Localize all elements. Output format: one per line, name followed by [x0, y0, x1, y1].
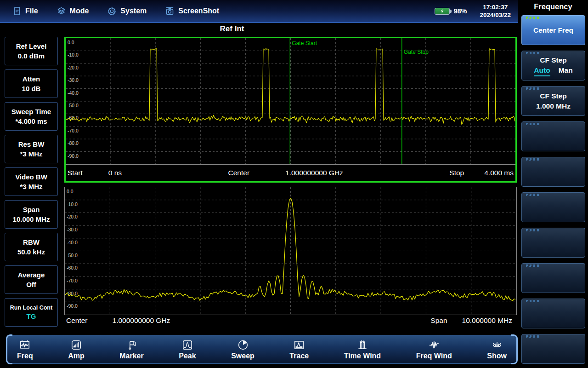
softkey-value: 10.000 MHz — [13, 214, 50, 224]
axis-stop-value: 4.000 ms — [484, 169, 514, 177]
axis-span-value: 10.000000 MHz — [462, 316, 512, 325]
softkey-empty[interactable] — [521, 157, 585, 187]
corner-mark — [526, 300, 539, 302]
softkey-empty[interactable] — [521, 228, 585, 258]
axis-center-value: 1.000000000 GHz — [113, 316, 170, 325]
toolbar-label: Freq Wind — [416, 352, 452, 360]
toolbar-item-peak[interactable]: Peak — [179, 339, 196, 360]
softkey-empty[interactable] — [521, 299, 585, 328]
toolbar-label: Amp — [68, 352, 85, 360]
sweep-icon — [237, 339, 249, 351]
softkey-empty[interactable] — [521, 121, 585, 151]
gated-time-plot-svg: 0.0-10.0-20.0-30.0-40.0-50.0-60.0-70.0-8… — [66, 38, 515, 164]
softkey-label: Atten — [23, 74, 40, 84]
softkey-center-freq[interactable]: Center Freq — [521, 15, 585, 45]
svg-text:-10.0: -10.0 — [68, 52, 79, 58]
bottom-toolbar: Freq Amp Marker Peak — [6, 335, 517, 364]
softkey-empty[interactable] — [521, 263, 585, 293]
svg-text:0.0: 0.0 — [67, 189, 74, 194]
svg-text:-20.0: -20.0 — [67, 214, 78, 219]
softkey-label: Center Freq — [533, 25, 573, 35]
softkey-label: Run Local Cont — [10, 304, 52, 312]
freq-burst-icon — [428, 339, 440, 351]
softkey-average[interactable]: Average Off — [5, 265, 58, 294]
toolbar-label: Trace — [289, 352, 309, 360]
spectrum-plot-svg: 0.0-10.0-20.0-30.0-40.0-50.0-60.0-70.0-8… — [65, 187, 516, 315]
toolbar-items: Freq Amp Marker Peak — [7, 335, 517, 363]
softkey-value: TG — [27, 312, 36, 321]
time-gate-icon — [356, 339, 368, 351]
clock-time: 17:02:37 — [480, 3, 511, 11]
spectrum-axis-footer: Center 1.000000000 GHz Span 10.000000 MH… — [64, 316, 517, 325]
softkey-cf-step-mode[interactable]: CF Step Auto Man — [521, 51, 585, 80]
gated-time-axis-footer: Start 0 ns Center 1.000000000 GHz Stop 4… — [66, 164, 515, 181]
lightning-icon — [440, 8, 444, 14]
corner-mark — [526, 194, 539, 196]
softkey-label: Sweep Time — [11, 107, 51, 116]
axis-center-value: 1.000000000 GHz — [285, 169, 343, 177]
softkey-label: CF Step — [540, 91, 567, 101]
toolbar-item-freq-wind[interactable]: Freq Wind — [416, 339, 452, 360]
softkey-cf-step-value[interactable]: CF Step 1.000 MHz — [521, 86, 585, 116]
softkey-span[interactable]: Span 10.000 MHz — [5, 200, 58, 229]
softkey-value: 0.0 dBm — [18, 51, 45, 61]
softkey-ref-level[interactable]: Ref Level 0.0 dBm — [5, 37, 58, 65]
toolbar-item-show[interactable]: Show — [487, 339, 507, 360]
softkey-run-tg[interactable]: Run Local Cont TG — [5, 298, 58, 327]
menu-screenshot[interactable]: ScreenShot — [165, 6, 219, 16]
eye-icon — [491, 339, 503, 351]
corner-mark — [526, 52, 539, 54]
softkey-value: *4.000 ms — [15, 116, 47, 126]
svg-text:-90.0: -90.0 — [67, 303, 78, 309]
corner-mark — [526, 229, 539, 231]
cf-step-man-option[interactable]: Man — [559, 65, 573, 75]
softkey-video-bw[interactable]: Video BW *3 MHz — [5, 167, 58, 196]
left-softkey-panel: Ref Level 0.0 dBm Atten 10 dB Sweep Time… — [5, 37, 58, 331]
top-menubar: File Mode System ScreenShot 98% — [0, 0, 518, 23]
corner-mark — [526, 264, 539, 267]
menu-mode[interactable]: Mode — [57, 6, 89, 16]
clock: 17:02:37 2024/03/22 — [480, 3, 511, 19]
corner-mark — [526, 87, 539, 90]
softkey-value: 1.000 MHz — [536, 101, 571, 111]
softkey-atten[interactable]: Atten 10 dB — [5, 69, 58, 98]
battery-percent: 98% — [453, 7, 467, 15]
softkey-empty[interactable] — [521, 192, 585, 222]
svg-text:-30.0: -30.0 — [67, 227, 78, 232]
freq-icon — [19, 339, 31, 351]
softkey-label: Span — [23, 205, 40, 214]
toolbar-item-amp[interactable]: Amp — [68, 339, 85, 360]
menu-label: Mode — [70, 7, 89, 15]
spectrum-chart: 0.0-10.0-20.0-30.0-40.0-50.0-60.0-70.0-8… — [64, 187, 517, 315]
axis-stop-label: Stop — [449, 169, 464, 177]
softkey-res-bw[interactable]: Res BW *3 MHz — [5, 135, 58, 163]
softkey-sweep-time[interactable]: Sweep Time *4.000 ms — [5, 102, 58, 131]
toolbar-item-freq[interactable]: Freq — [17, 339, 33, 360]
toolbar-item-marker[interactable]: Marker — [119, 339, 143, 360]
menu-file[interactable]: File — [12, 6, 38, 16]
svg-text:-20.0: -20.0 — [68, 65, 79, 70]
svg-text:-10.0: -10.0 — [67, 201, 78, 207]
corner-mark — [526, 335, 539, 338]
menu-system[interactable]: System — [107, 6, 147, 16]
toolbar-item-time-wind[interactable]: Time Wind — [344, 339, 381, 360]
softkey-empty[interactable] — [521, 334, 585, 364]
gated-time-plot: 0.0-10.0-20.0-30.0-40.0-50.0-60.0-70.0-8… — [66, 38, 515, 164]
toolbar-label: Time Wind — [344, 352, 381, 360]
toolbar-label: Freq — [17, 352, 33, 360]
axis-center-label: Center — [228, 169, 250, 177]
cf-step-auto-option[interactable]: Auto — [534, 65, 550, 76]
axis-start-label: Start — [68, 169, 83, 177]
softkey-column: Center Freq CF Step Auto Man CF Step 1.0… — [521, 15, 585, 368]
gear-icon — [107, 6, 117, 16]
toolbar-label: Sweep — [231, 352, 254, 360]
active-corner-mark — [526, 17, 539, 19]
svg-text:-50.0: -50.0 — [67, 253, 78, 258]
softkey-value: *3 MHz — [20, 149, 42, 159]
softkey-rbw[interactable]: RBW 50.0 kHz — [5, 233, 58, 261]
toolbar-item-trace[interactable]: Trace — [289, 339, 309, 360]
toolbar-item-sweep[interactable]: Sweep — [231, 339, 254, 360]
svg-text:-70.0: -70.0 — [68, 128, 79, 133]
camera-icon — [165, 6, 175, 16]
svg-text:-40.0: -40.0 — [68, 90, 79, 96]
